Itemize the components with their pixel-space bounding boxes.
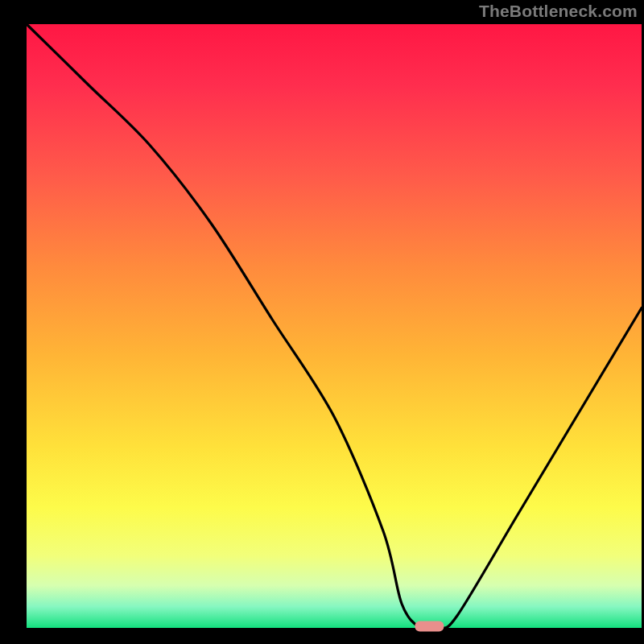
optimal-marker <box>415 621 444 632</box>
chart-svg <box>0 0 644 644</box>
bottleneck-chart: TheBottleneck.com <box>0 0 644 644</box>
watermark-text: TheBottleneck.com <box>479 2 638 21</box>
